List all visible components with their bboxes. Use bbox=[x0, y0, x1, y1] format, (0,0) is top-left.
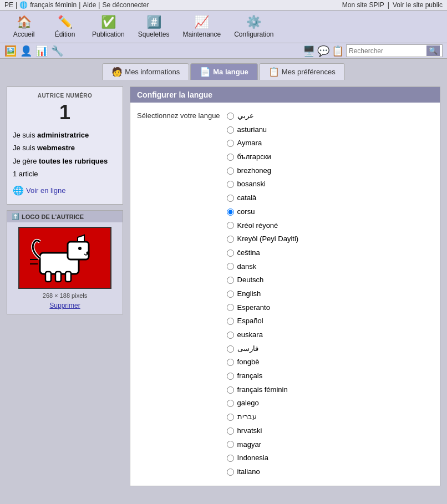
lang-radio-gl[interactable] bbox=[227, 400, 234, 407]
lang-item-gl: galego bbox=[227, 396, 299, 410]
nav-item-publication[interactable]: ✅Publication bbox=[87, 13, 130, 40]
toolbar2-icon-clipboard[interactable]: 📋 bbox=[332, 45, 344, 57]
upload-icon: ⬆️ bbox=[12, 213, 19, 220]
toolbar2-icon-chat[interactable]: 💬 bbox=[317, 45, 329, 57]
toolbar2-icon-tool[interactable]: 🔧 bbox=[51, 45, 63, 57]
nav-item-edition[interactable]: ✏️Édition bbox=[45, 13, 84, 40]
lang-radio-bs[interactable] bbox=[227, 181, 234, 188]
lang-label-hu: magyar bbox=[237, 438, 261, 452]
squelettes-icon: #️⃣ bbox=[146, 15, 161, 29]
toolbar2-icon-image[interactable]: 🖼️ bbox=[4, 45, 17, 57]
mes-informations-label: Mes informations bbox=[125, 68, 180, 76]
lang-item-ast: asturianu bbox=[227, 123, 299, 137]
lang-radio-id[interactable] bbox=[227, 455, 234, 462]
lang-link[interactable]: français féminin bbox=[30, 1, 77, 9]
logo-dims: 268 × 188 pixels bbox=[12, 292, 118, 299]
help-link[interactable]: Aide bbox=[83, 1, 96, 9]
main-nav: 🏠Accueil✏️Édition✅Publication#️⃣Squelett… bbox=[0, 11, 447, 43]
nav-item-accueil[interactable]: 🏠Accueil bbox=[4, 13, 43, 40]
lang-label-frf: français féminin bbox=[237, 383, 288, 397]
sep2: | bbox=[79, 1, 80, 9]
lang-label-bs: bosanski bbox=[237, 177, 266, 191]
search-button[interactable]: 🔍 bbox=[426, 45, 440, 56]
lang-radio-en[interactable] bbox=[227, 291, 234, 298]
lang-radio-es[interactable] bbox=[227, 318, 234, 325]
lang-item-en: English bbox=[227, 287, 299, 301]
lang-radio-fon[interactable] bbox=[227, 359, 234, 366]
user-article-count: 1 article bbox=[13, 167, 117, 180]
lang-radio-co[interactable] bbox=[227, 208, 234, 216]
svg-rect-1 bbox=[68, 242, 89, 259]
lang-item-ht: Kreyòl (Peyi Dayiti) bbox=[227, 232, 299, 246]
search-input[interactable] bbox=[349, 47, 426, 55]
lang-label-en: English bbox=[237, 287, 261, 301]
edition-label: Édition bbox=[55, 30, 75, 38]
lang-radio-cs[interactable] bbox=[227, 250, 234, 257]
lang-radio-ast[interactable] bbox=[227, 126, 234, 134]
lang-radio-ht[interactable] bbox=[227, 236, 234, 243]
lang-label-bg: български bbox=[237, 150, 271, 164]
logo-card-body: 268 × 188 pixels Supprimer bbox=[7, 222, 123, 314]
tab-mes-informations[interactable]: 🧑Mes informations bbox=[102, 63, 189, 80]
toolbar2-icon-user[interactable]: 👤 bbox=[20, 45, 32, 57]
topbar: PE | 🌐 français féminin | Aide | Se déco… bbox=[0, 0, 447, 11]
logo-svg bbox=[29, 232, 101, 284]
lang-item-frf: français féminin bbox=[227, 383, 299, 397]
svg-point-7 bbox=[87, 251, 89, 254]
lang-radio-de[interactable] bbox=[227, 277, 234, 284]
toolbar2-icon-chart[interactable]: 📊 bbox=[35, 45, 48, 57]
lang-radio-ca[interactable] bbox=[227, 195, 234, 202]
lang-radio-ay[interactable] bbox=[227, 140, 234, 147]
topbar-left: PE | 🌐 français féminin | Aide | Se déco… bbox=[4, 1, 149, 9]
lang-radio-cpf[interactable] bbox=[227, 222, 234, 229]
tab-mes-preferences[interactable]: 📋Mes préférences bbox=[259, 63, 345, 80]
nav-item-configuration[interactable]: ⚙️Configuration bbox=[228, 13, 279, 40]
lang-list: عربيasturianuAymaraбългарскиbrezhonegbos… bbox=[227, 109, 299, 479]
svg-marker-2 bbox=[78, 235, 84, 242]
view-online-link[interactable]: Voir en ligne bbox=[26, 184, 66, 197]
mes-preferences-label: Mes préférences bbox=[282, 68, 336, 76]
tabs: 🧑Mes informations📄Ma langue📋Mes préféren… bbox=[0, 59, 447, 80]
sep3: | bbox=[98, 1, 100, 9]
lang-radio-frf[interactable] bbox=[227, 386, 234, 394]
mon-site-link[interactable]: Mon site SPIP bbox=[342, 1, 384, 9]
lang-label-fr: français bbox=[237, 369, 263, 383]
lang-radio-da[interactable] bbox=[227, 263, 234, 270]
lang-label-br: brezhoneg bbox=[237, 164, 271, 178]
lang-item-ca: català bbox=[227, 191, 299, 205]
lang-label-ht: Kreyòl (Peyi Dayiti) bbox=[237, 232, 299, 246]
lang-flag: 🌐 bbox=[19, 1, 28, 9]
right-panel: Configurer la langue Sélectionnez votre … bbox=[130, 86, 440, 486]
lang-radio-he[interactable] bbox=[227, 414, 234, 421]
lang-label-hr: hrvatski bbox=[237, 424, 262, 438]
nav-item-maintenance[interactable]: 📈Maintenance bbox=[177, 13, 226, 40]
voir-site-link[interactable]: Voir le site public bbox=[393, 1, 443, 9]
user-role1-value: administratrice bbox=[37, 131, 89, 139]
nav-item-squelettes[interactable]: #️⃣Squelettes bbox=[133, 13, 175, 40]
logo-delete-link[interactable]: Supprimer bbox=[49, 302, 80, 309]
lang-radio-eu[interactable] bbox=[227, 332, 234, 339]
lang-radio-ar[interactable] bbox=[227, 113, 234, 120]
lang-radio-hu[interactable] bbox=[227, 441, 234, 448]
lang-item-cs: čeština bbox=[227, 246, 299, 260]
lang-radio-fa[interactable] bbox=[227, 345, 234, 353]
svg-rect-4 bbox=[55, 272, 61, 282]
config-body: Sélectionnez votre langue عربيasturianuA… bbox=[130, 103, 440, 486]
lang-radio-hr[interactable] bbox=[227, 427, 234, 435]
logout-link[interactable]: Se déconnecter bbox=[102, 1, 149, 9]
lang-label-de: Deutsch bbox=[237, 273, 264, 287]
lang-radio-bg[interactable] bbox=[227, 154, 234, 161]
lang-item-cpf: Kréol réyoné bbox=[227, 219, 299, 233]
tab-ma-langue[interactable]: 📄Ma langue bbox=[190, 63, 258, 80]
toolbar2-right: 🖥️ 💬 📋 🔍 bbox=[303, 44, 443, 57]
lang-radio-it[interactable] bbox=[227, 469, 234, 476]
lang-radio-eo[interactable] bbox=[227, 304, 234, 311]
mes-informations-icon: 🧑 bbox=[111, 67, 123, 77]
lang-item-ar: عربي bbox=[227, 109, 299, 123]
lang-item-eu: euskara bbox=[227, 328, 299, 342]
toolbar2-icon-screen[interactable]: 🖥️ bbox=[303, 45, 315, 57]
lang-radio-fr[interactable] bbox=[227, 373, 234, 380]
lang-label-it: italiano bbox=[237, 465, 260, 479]
maintenance-icon: 📈 bbox=[194, 15, 209, 29]
lang-radio-br[interactable] bbox=[227, 167, 234, 175]
